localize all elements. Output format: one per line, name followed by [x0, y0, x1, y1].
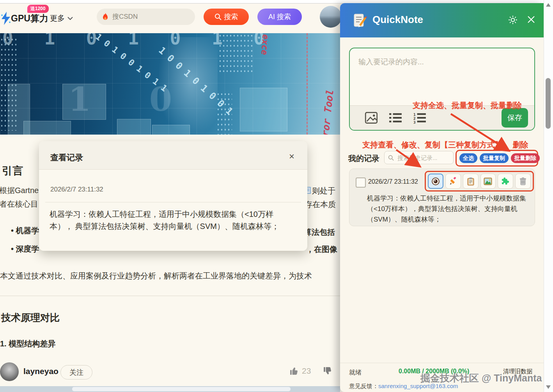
hero-big-digits: 0 1 0 1 0 1 0 [2, 33, 275, 49]
thumbs-up-icon [289, 366, 300, 376]
eye-icon [431, 177, 440, 186]
ai-search-label: AI 搜索 [268, 12, 291, 21]
modal-close-icon[interactable]: × [287, 152, 296, 161]
view-record-button[interactable] [428, 174, 443, 189]
author-avatar[interactable] [0, 362, 19, 381]
article-side-fragment: 则处于 [312, 186, 335, 196]
article-summary-paragraph: 本文通过技术对比、应用案例及行业趋势分析，解析两者在工业界落地的关键差异，为技术 [0, 271, 343, 281]
csdn-search-box[interactable] [97, 9, 195, 25]
more-menu[interactable]: 更多 [50, 13, 73, 23]
bullet-list-icon[interactable] [389, 112, 402, 124]
hero-faint-digits: 1 0 [68, 80, 195, 119]
article-side-fragment: 算法包括 [304, 227, 335, 238]
csdn-search-input[interactable] [112, 12, 179, 21]
modal-divider [45, 202, 301, 202]
hero-red-dotted-line [307, 33, 308, 135]
select-all-button[interactable]: 全选 [459, 153, 477, 163]
hero-banner-image: 0 1 0 1 0 1 0 1 0 0 1 0 1 0 0 1 0 1 1 1 … [0, 33, 340, 135]
insert-image-icon[interactable] [365, 112, 378, 124]
flame-icon [102, 13, 108, 21]
hero-square [240, 88, 287, 131]
record-item: 2026/2/7 23:11:32 [349, 169, 535, 226]
watermark: 掘金技术社区 @ TinyManta [420, 372, 542, 385]
search-button-label: 搜索 [224, 12, 238, 21]
modal-record-date: 2026/2/7 23:11:32 [50, 186, 103, 193]
delete-record-button[interactable] [515, 174, 531, 189]
svg-text:3: 3 [413, 120, 416, 124]
copy-record-button[interactable] [463, 174, 479, 189]
hero-square [23, 121, 71, 135]
dislike-button[interactable] [323, 366, 333, 378]
promo-badge: 送1200 [27, 5, 49, 13]
article-subsection-heading: 1. 模型结构差异 [0, 339, 55, 349]
modal-title: 查看记录 [50, 152, 83, 163]
chevron-down-icon [67, 17, 73, 20]
article-intro-heading: 引言 [2, 164, 23, 178]
article-side-fragment: 存在本质 [305, 199, 336, 210]
trash-icon [519, 177, 527, 186]
picture-icon [484, 177, 492, 185]
follow-button[interactable]: 关注 [60, 365, 92, 380]
search-icon [388, 155, 394, 161]
my-records-title: 我的记录 [348, 153, 379, 164]
thumbs-down-icon [323, 366, 333, 376]
vertical-scrollbar[interactable] [544, 0, 553, 392]
article-divider [0, 296, 340, 296]
note-input[interactable] [350, 48, 534, 106]
scrollbar-thumb[interactable] [546, 78, 551, 129]
annotation-batch-actions: 支持全选、批量复制、批量删除 [413, 100, 522, 111]
copy-as-image-button[interactable] [480, 174, 496, 189]
record-date: 2026/2/7 23:11:32 [368, 178, 418, 185]
like-count: 23 [302, 366, 311, 376]
horizontal-scrollbar-thumb[interactable] [72, 387, 291, 391]
svg-text:1: 1 [413, 112, 416, 117]
clipboard-icon [467, 177, 475, 186]
annotation-arrow-down [448, 112, 515, 154]
quicknote-panel: QuickNote [340, 3, 544, 392]
pencil-icon [449, 177, 457, 186]
hero-square [117, 119, 151, 135]
gear-icon[interactable] [508, 15, 518, 25]
quicknote-title: QuickNote [372, 14, 423, 26]
record-actions-highlight-group [425, 171, 534, 192]
puzzle-icon [501, 177, 510, 186]
ai-search-button[interactable]: AI 搜索 [257, 9, 302, 25]
bolt-logo-icon [1, 12, 11, 25]
hero-red-code-text: exce [259, 34, 271, 55]
record-checkbox[interactable] [356, 177, 366, 188]
article-bullet-fragment: • 深度学 [11, 244, 39, 254]
like-button[interactable]: 23 [289, 366, 311, 376]
modal-record-content: 机器学习：依赖人工特征工程，适用于中小规模数据集（<10万样本）， 典型算法包括… [50, 208, 294, 232]
modal-header: 查看记录 × [39, 141, 307, 170]
scrollbar-up-arrow[interactable] [546, 3, 551, 7]
article-bullet-fragment: • 机器学 [11, 225, 39, 236]
horizontal-scrollbar[interactable] [0, 386, 340, 392]
search-button[interactable]: 搜索 [204, 9, 249, 25]
logo-text[interactable]: GPU算力 [11, 12, 48, 25]
quicknote-header: QuickNote [340, 3, 544, 37]
user-avatar[interactable] [320, 6, 342, 28]
batch-delete-button[interactable]: 批量删除 [511, 153, 540, 163]
article-side-fragment: ，在图像 [306, 244, 337, 255]
author-name[interactable]: layneyao [23, 367, 58, 376]
edit-record-button[interactable] [445, 174, 461, 189]
status-text: 就绪 [349, 369, 362, 377]
panel-close-icon[interactable] [526, 15, 536, 24]
page: GPU算力 送1200 更多 搜索 AI 搜索 [0, 0, 553, 392]
feedback-label-text: 意见反馈： [349, 383, 378, 389]
article-section-heading: 技术原理对比 [1, 311, 60, 324]
annotation-arrow-short [394, 148, 425, 170]
scrollbar-down-arrow[interactable] [546, 385, 551, 389]
quicknote-logo-icon [353, 13, 367, 28]
search-icon [214, 13, 222, 20]
copy-as-extension-button[interactable] [498, 174, 513, 189]
view-record-modal: 查看记录 × 2026/2/7 23:11:32 机器学习：依赖人工特征工程，适… [39, 141, 307, 251]
hero-dot-matrix [0, 37, 18, 131]
record-text: 机器学习：依赖人工特征工程，适用于中小规模数据集（<10万样本），典型算法包括决… [367, 193, 530, 225]
batch-copy-button[interactable]: 批量复制 [480, 153, 509, 163]
article-paragraph-fragment: 根据Gartne [0, 185, 39, 196]
more-label: 更多 [50, 13, 65, 23]
article-paragraph-fragment: 者在核心目 [0, 199, 38, 209]
numbered-list-icon[interactable]: 123 [413, 112, 426, 124]
